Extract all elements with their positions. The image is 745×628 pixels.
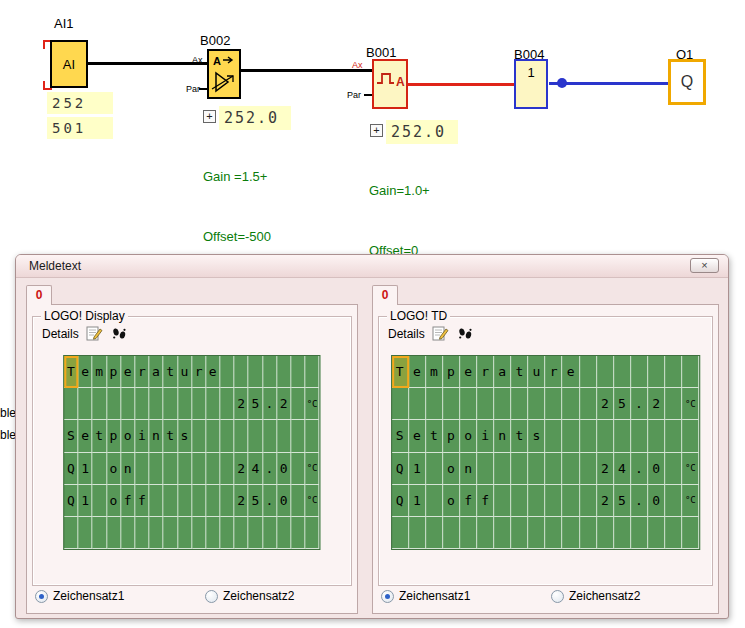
- lcd-cell[interactable]: n: [494, 420, 511, 452]
- lcd-cell[interactable]: [631, 356, 648, 388]
- lcd-cell[interactable]: [426, 485, 443, 517]
- lcd-cell[interactable]: [291, 356, 305, 388]
- lcd-cell[interactable]: e: [409, 356, 426, 388]
- lcd-cell[interactable]: .: [631, 485, 648, 517]
- edit-icon[interactable]: [86, 326, 104, 342]
- lcd-cell[interactable]: [580, 517, 597, 549]
- lcd-cell[interactable]: [409, 388, 426, 420]
- lcd-cell[interactable]: [426, 517, 443, 549]
- lcd-cell[interactable]: r: [192, 356, 206, 388]
- lcd-cell[interactable]: [135, 388, 149, 420]
- lcd-cell[interactable]: 1: [79, 453, 93, 485]
- lcd-cell[interactable]: s: [178, 420, 192, 452]
- lcd-cell[interactable]: t: [511, 356, 528, 388]
- lcd-cell[interactable]: .: [263, 388, 277, 420]
- lcd-cell[interactable]: [580, 453, 597, 485]
- lcd-cell[interactable]: [220, 485, 234, 517]
- lcd-cell[interactable]: o: [443, 485, 460, 517]
- lcd-cell[interactable]: [306, 420, 320, 452]
- lcd-cell[interactable]: [192, 485, 206, 517]
- expand-toggle[interactable]: +: [203, 110, 216, 123]
- lcd-cell[interactable]: [192, 420, 206, 452]
- lcd-cell[interactable]: e: [206, 356, 220, 388]
- lcd-cell[interactable]: [306, 517, 320, 549]
- lcd-cell[interactable]: .: [263, 485, 277, 517]
- lcd-cell[interactable]: e: [409, 420, 426, 452]
- lcd-cell[interactable]: [580, 388, 597, 420]
- lcd-cell[interactable]: [206, 453, 220, 485]
- lcd-cell[interactable]: e: [460, 356, 477, 388]
- lcd-cell[interactable]: [93, 485, 107, 517]
- lcd-cell[interactable]: [580, 485, 597, 517]
- lcd-cell[interactable]: [477, 453, 494, 485]
- lcd-cell[interactable]: t: [511, 420, 528, 452]
- lcd-cell[interactable]: o: [107, 453, 121, 485]
- lcd-cell[interactable]: [597, 356, 614, 388]
- lcd-cell[interactable]: [249, 356, 263, 388]
- lcd-cell[interactable]: [235, 420, 249, 452]
- lcd-cell[interactable]: [460, 517, 477, 549]
- lcd-cell[interactable]: °C: [306, 453, 320, 485]
- lcd-cell[interactable]: [178, 485, 192, 517]
- lcd-cell[interactable]: [597, 420, 614, 452]
- lcd-cell[interactable]: 0: [277, 485, 291, 517]
- lcd-cell[interactable]: 2: [597, 453, 614, 485]
- lcd-cell[interactable]: [192, 453, 206, 485]
- lcd-cell[interactable]: f: [460, 485, 477, 517]
- lcd-cell[interactable]: [614, 356, 631, 388]
- radio-circle[interactable]: [205, 590, 218, 603]
- lcd-cell[interactable]: e: [563, 356, 580, 388]
- lcd-cell[interactable]: i: [135, 420, 149, 452]
- lcd-cell[interactable]: 0: [277, 453, 291, 485]
- lcd-cell[interactable]: 2: [235, 453, 249, 485]
- lcd-cell[interactable]: .: [631, 453, 648, 485]
- lcd-cell[interactable]: [220, 453, 234, 485]
- lcd-cell[interactable]: [648, 517, 665, 549]
- lcd-cell[interactable]: [392, 517, 409, 549]
- lcd-cell[interactable]: [249, 420, 263, 452]
- lcd-cell[interactable]: n: [149, 420, 163, 452]
- lcd-cell[interactable]: 1: [409, 453, 426, 485]
- lcd-cell[interactable]: 2: [235, 485, 249, 517]
- radio-circle[interactable]: [551, 590, 564, 603]
- lcd-cell[interactable]: e: [79, 420, 93, 452]
- lcd-cell[interactable]: [682, 420, 699, 452]
- block-b001-analog-threshold[interactable]: A: [372, 59, 408, 109]
- lcd-cell[interactable]: [164, 517, 178, 549]
- lcd-cell[interactable]: [192, 517, 206, 549]
- lcd-cell[interactable]: [93, 517, 107, 549]
- lcd-cell[interactable]: [178, 388, 192, 420]
- lcd-cell[interactable]: T: [64, 356, 78, 388]
- lcd-cell[interactable]: [477, 517, 494, 549]
- lcd-cell[interactable]: m: [426, 356, 443, 388]
- lcd-cell[interactable]: [206, 420, 220, 452]
- lcd-cell[interactable]: [631, 517, 648, 549]
- lcd-cell[interactable]: [665, 388, 682, 420]
- lcd-cell[interactable]: [263, 356, 277, 388]
- lcd-cell[interactable]: [291, 420, 305, 452]
- charset-icon[interactable]: [111, 326, 127, 342]
- lcd-cell[interactable]: o: [443, 453, 460, 485]
- lcd-cell[interactable]: a: [494, 356, 511, 388]
- lcd-cell[interactable]: [206, 485, 220, 517]
- lcd-cell[interactable]: e: [79, 356, 93, 388]
- lcd-cell[interactable]: p: [107, 420, 121, 452]
- lcd-cell[interactable]: f: [121, 485, 135, 517]
- lcd-cell[interactable]: s: [528, 420, 545, 452]
- lcd-cell[interactable]: [64, 517, 78, 549]
- lcd-cell[interactable]: [494, 485, 511, 517]
- lcd-cell[interactable]: [477, 388, 494, 420]
- lcd-cell[interactable]: [121, 517, 135, 549]
- lcd-cell[interactable]: °C: [682, 485, 699, 517]
- block-ai1[interactable]: AI: [50, 40, 88, 88]
- expand-toggle[interactable]: +: [370, 124, 383, 137]
- lcd-cell[interactable]: [511, 453, 528, 485]
- lcd-cell[interactable]: Q: [64, 453, 78, 485]
- lcd-cell[interactable]: [546, 517, 563, 549]
- lcd-cell[interactable]: [164, 388, 178, 420]
- lcd-cell[interactable]: .: [263, 453, 277, 485]
- lcd-cell[interactable]: [220, 356, 234, 388]
- lcd-cell[interactable]: p: [443, 356, 460, 388]
- lcd-cell[interactable]: [665, 453, 682, 485]
- dialog-titlebar[interactable]: Meldetext ×: [16, 255, 728, 278]
